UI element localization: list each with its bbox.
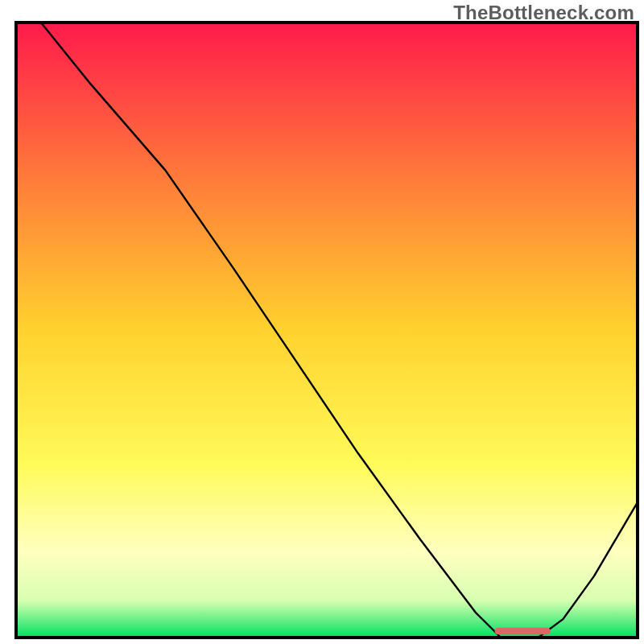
chart-svg xyxy=(0,0,644,644)
chart-container: TheBottleneck.com xyxy=(0,0,644,644)
plot-area xyxy=(16,23,638,638)
plot-background xyxy=(16,23,638,638)
optimal-range-marker xyxy=(494,628,550,634)
